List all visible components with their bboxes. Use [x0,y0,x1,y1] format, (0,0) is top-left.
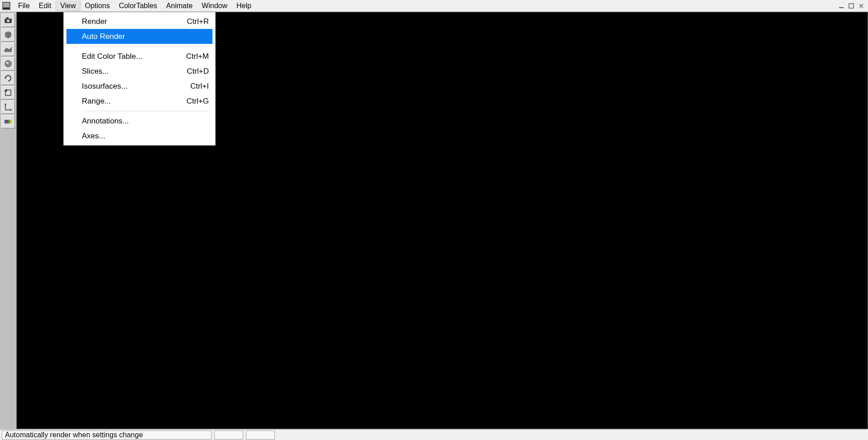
tool-crop[interactable] [1,86,15,99]
svg-point-8 [7,19,9,22]
svg-rect-25 [6,120,8,123]
svg-marker-22 [5,103,6,105]
menu-item-range[interactable]: Range... Ctrl+G [64,94,215,109]
menu-separator [82,111,210,111]
svg-rect-3 [839,7,844,8]
menu-item-label: Isosurfaces... [82,82,127,91]
menu-item-shortcut: Ctrl+M [186,52,209,61]
axes-icon [4,103,13,112]
color-icon [4,117,13,126]
svg-rect-1 [3,3,9,7]
svg-rect-24 [5,120,6,123]
tool-rotate[interactable] [1,71,15,85]
svg-point-14 [5,61,11,67]
menu-item-auto-render[interactable]: Auto Render [66,29,212,44]
vertical-toolbar [0,12,16,429]
menu-item-label: Range... [82,97,111,106]
menu-item-slices[interactable]: Slices... Ctrl+D [64,64,215,79]
menubar-item-help[interactable]: Help [232,1,256,11]
menu-item-render[interactable]: Render Ctrl+R [64,14,215,29]
svg-rect-9 [6,17,9,19]
menu-item-isosurfaces[interactable]: Isosurfaces... Ctrl+I [64,79,215,94]
status-slot-2 [246,431,275,440]
menu-item-annotations[interactable]: Annotations... [64,114,215,128]
svg-rect-4 [849,4,854,8]
menubar-item-animate[interactable]: Animate [161,1,197,11]
svg-marker-16 [5,77,6,79]
crop-icon [4,88,13,97]
rotate-icon [4,74,13,83]
tool-slice[interactable] [1,43,15,56]
svg-rect-2 [3,8,9,9]
minimize-icon[interactable] [837,2,845,10]
window-controls [837,2,868,10]
menubar-item-view[interactable]: View [56,1,80,11]
menu-item-axes[interactable]: Axes... [64,128,215,143]
menu-item-edit-color-table[interactable]: Edit Color Table... Ctrl+M [64,49,215,64]
status-text: Automatically render when settings chang… [2,431,212,440]
close-icon[interactable] [857,2,865,10]
menu-item-shortcut: Ctrl+D [187,67,209,76]
tool-cube[interactable] [1,28,15,42]
status-slot-1 [214,431,243,440]
app-icon [2,1,11,10]
svg-marker-23 [10,109,12,111]
sphere-icon [4,59,13,68]
menu-item-label: Render [82,17,107,26]
menu-separator [82,46,210,47]
menubar-item-edit[interactable]: Edit [34,1,56,11]
cube-icon [4,30,13,39]
menu-item-shortcut: Ctrl+I [190,82,209,91]
view-dropdown-menu: Render Ctrl+R Auto Render Edit Color Tab… [63,12,216,146]
slice-icon [4,45,13,54]
svg-rect-26 [8,120,10,123]
svg-point-15 [6,62,9,64]
maximize-icon[interactable] [847,2,855,10]
menu-item-label: Annotations... [82,117,129,126]
menu-item-label: Edit Color Table... [82,52,142,61]
menubar-item-file[interactable]: File [14,1,34,11]
statusbar: Automatically render when settings chang… [0,429,868,440]
svg-rect-27 [10,120,12,123]
menu-item-shortcut: Ctrl+R [187,17,209,26]
menu-item-label: Axes... [82,132,105,141]
menu-item-label: Slices... [82,67,109,76]
tool-axes[interactable] [1,100,15,114]
menubar-item-colortables[interactable]: ColorTables [114,1,161,11]
menu-item-label: Auto Render [82,32,125,41]
menubar-item-window[interactable]: Window [197,1,232,11]
tool-camera[interactable] [1,14,15,27]
camera-icon [4,16,13,25]
tool-color[interactable] [1,115,15,128]
menubar: File Edit View Options ColorTables Anima… [0,0,868,12]
tool-sphere[interactable] [1,57,15,71]
menu-item-shortcut: Ctrl+G [186,97,209,106]
menubar-item-options[interactable]: Options [80,1,114,11]
